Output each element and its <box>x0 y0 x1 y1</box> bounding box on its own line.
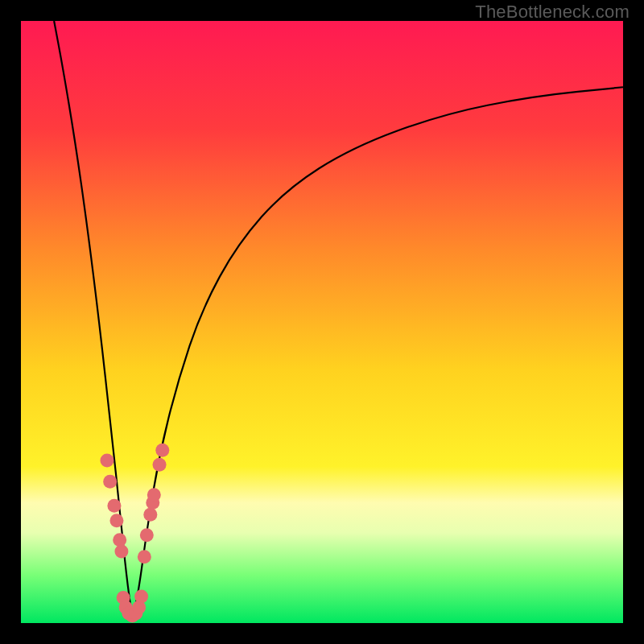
bottleneck-curve <box>54 21 623 611</box>
bottleneck-curve-svg <box>21 21 623 623</box>
watermark-text: TheBottleneck.com <box>475 2 630 23</box>
marker-dot <box>134 590 148 604</box>
marker-dot <box>153 458 167 472</box>
marker-dot <box>143 508 157 522</box>
marker-dot <box>155 444 169 457</box>
marker-dot <box>107 499 121 513</box>
chart-frame: TheBottleneck.com <box>0 0 644 644</box>
marker-dot <box>140 528 154 542</box>
marker-dot <box>147 488 161 502</box>
marker-dot <box>103 475 117 489</box>
marker-dot <box>138 550 151 564</box>
marker-group <box>100 444 169 623</box>
marker-dot <box>100 454 114 468</box>
marker-dot <box>113 533 126 547</box>
marker-dot <box>114 544 128 558</box>
marker-dot <box>109 514 123 527</box>
